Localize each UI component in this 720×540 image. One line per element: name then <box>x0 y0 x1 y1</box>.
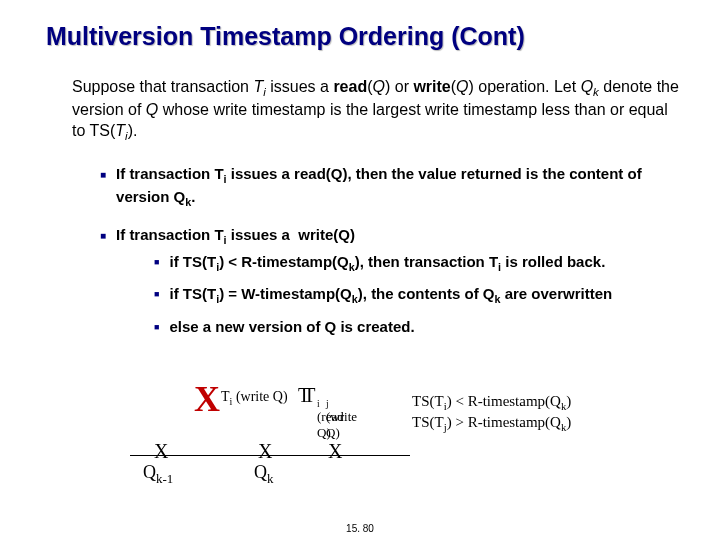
square-icon: ■ <box>154 252 159 275</box>
square-icon: ■ <box>100 225 106 347</box>
x-node: X <box>154 440 168 463</box>
qk-label: Qk <box>254 462 273 487</box>
x-node: X <box>328 440 342 463</box>
square-icon: ■ <box>154 284 159 307</box>
qk-1-label: Qk-1 <box>143 462 173 487</box>
subbullet-item: ■else a new version of Q is created. <box>154 317 680 337</box>
timeline-diagram: X Ti (write Q) TT i (read Q)j (write Q) … <box>130 400 690 520</box>
bullet-item: ■ If transaction Ti issues a read(Q), th… <box>100 164 680 209</box>
ti-write-label: Ti (write Q) <box>221 389 288 407</box>
square-icon: ■ <box>100 164 106 209</box>
rhs-inequalities: TS(Ti) < R-timestamp(Qk) TS(Tj) > R-time… <box>412 392 571 435</box>
page-number: 15. 80 <box>0 523 720 534</box>
page-title: Multiversion Timestamp Ordering (Cont) <box>0 0 720 51</box>
x-node: X <box>258 440 272 463</box>
subbullet-item: ■if TS(Ti) < R-timestamp(Qk), then trans… <box>154 252 680 275</box>
subbullet-item: ■if TS(Ti) = W-timestamp(Qk), the conten… <box>154 284 680 307</box>
square-icon: ■ <box>154 317 159 337</box>
bullet-list: ■ If transaction Ti issues a read(Q), th… <box>0 144 720 347</box>
bullet-item: ■ If transaction Ti issues a write(Q) ■i… <box>100 225 680 347</box>
intro-text: Suppose that transaction Ti issues a rea… <box>0 51 720 144</box>
big-x-marker: X <box>194 378 220 420</box>
